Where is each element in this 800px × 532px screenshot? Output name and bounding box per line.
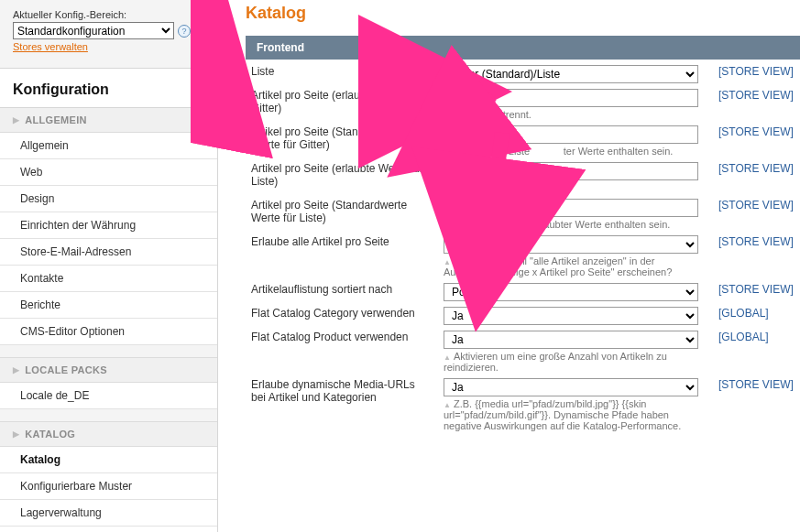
scope-dynamic-media: [STORE VIEW]: [713, 373, 800, 431]
label-listmode: Liste: [246, 60, 438, 83]
nav-item-kontakte[interactable]: Kontakte: [0, 266, 217, 292]
input-list-allowed[interactable]: [444, 162, 698, 180]
label-flat-category: Flat Catalog Category verwenden: [246, 301, 438, 325]
nav-item-cms-editor[interactable]: CMS-Editor Optionen: [0, 319, 217, 345]
scope-listmode: [STORE VIEW]: [713, 60, 800, 83]
sidebar-title: Konfiguration: [0, 68, 217, 108]
help-icon[interactable]: ?: [178, 25, 191, 38]
nav-item-allgemein[interactable]: Allgemein: [0, 133, 217, 159]
nav-group-locale[interactable]: ▶ LOCALE PACKS: [0, 358, 217, 383]
select-dynamic-media[interactable]: Ja: [444, 378, 698, 396]
note-dynamic-media: ▲Z.B. {{media url="pfad/zum/bild.jpg"}} …: [444, 398, 707, 431]
input-grid-default[interactable]: [444, 125, 698, 144]
select-flat-product[interactable]: Ja: [444, 331, 698, 349]
config-form: Liste Gitter (Standard)/Liste [STORE VIE…: [246, 60, 800, 431]
select-allow-all[interactable]: Nein: [444, 235, 698, 254]
note-allow-all: ▲Soll die Auswahl "alle Artikel anzeigen…: [444, 255, 707, 277]
label-allow-all: Erlaube alle Artikel pro Seite: [246, 230, 438, 277]
nav-group-allgemein[interactable]: ▶ ALLGEMEIN: [0, 108, 217, 133]
config-main: Katalog Frontend Liste Gitter (Standard)…: [218, 0, 800, 532]
note-list-allowed: ▲Komma-getrennt.: [444, 182, 707, 193]
label-list-default: Artikel pro Seite (Standardwerte Werte f…: [246, 193, 438, 230]
note-list-default: ▲Muss in der Liste erlaubter Werte entha…: [444, 219, 707, 230]
label-list-allowed: Artikel pro Seite (erlaubte Werte für Li…: [246, 157, 438, 193]
nav-item-design[interactable]: Design: [0, 186, 217, 212]
nav-item-lager[interactable]: Lagerverwaltung: [0, 500, 217, 527]
label-grid-allowed: Artikel pro Seite (erlaubte Werte für Gi…: [246, 83, 438, 120]
section-head-frontend[interactable]: Frontend: [246, 36, 800, 60]
nav-item-katalog[interactable]: Katalog: [0, 447, 217, 473]
nav-item-waehrung[interactable]: Einrichten der Währung: [0, 212, 217, 239]
input-list-default[interactable]: [444, 199, 698, 217]
nav-item-berichte[interactable]: Berichte: [0, 292, 217, 319]
page-title: Katalog: [246, 4, 800, 23]
nav-group-katalog[interactable]: ▶ KATALOG: [0, 422, 217, 447]
scope-grid-default: [STORE VIEW]: [713, 120, 800, 157]
nav-item-store-email[interactable]: Store-E-Mail-Adressen: [0, 239, 217, 266]
scope-label: Aktueller Konfig.-Bereich:: [13, 9, 208, 20]
chevron-right-icon: ▶: [13, 115, 19, 125]
select-listmode[interactable]: Gitter (Standard)/Liste: [444, 65, 698, 83]
nav-item-locale-de[interactable]: Locale de_DE: [0, 383, 217, 409]
select-sort-by[interactable]: Position: [444, 283, 698, 301]
label-grid-default: Artikel pro Seite (Standardwerte Werte f…: [246, 120, 438, 157]
scope-allow-all: [STORE VIEW]: [713, 230, 800, 277]
input-grid-allowed[interactable]: [444, 89, 698, 107]
chevron-right-icon: ▶: [13, 429, 19, 439]
nav-item-konfig-muster[interactable]: Konfigurierbare Muster: [0, 473, 217, 500]
label-dynamic-media: Erlaube dynamische Media-URLs bei Artike…: [246, 373, 438, 431]
label-sort-by: Artikelauflistung sortiert nach: [246, 277, 438, 301]
nav-item-web[interactable]: Web: [0, 159, 217, 186]
select-flat-category[interactable]: Ja: [444, 307, 698, 325]
note-grid-default: ▲Muss in der Liste ter Werte enthalten s…: [444, 146, 707, 157]
scope-list-allowed: [STORE VIEW]: [713, 157, 800, 193]
config-sidebar: Aktueller Konfig.-Bereich: Standardkonfi…: [0, 0, 218, 532]
label-flat-product: Flat Catalog Product verwenden: [246, 325, 438, 373]
scope-select[interactable]: Standardkonfiguration: [13, 22, 174, 39]
scope-flat-product: [GLOBAL]: [713, 325, 800, 373]
note-grid-allowed: ▲Komma-getrennt.: [444, 109, 707, 120]
chevron-right-icon: ▶: [13, 365, 19, 375]
scope-grid-allowed: [STORE VIEW]: [713, 83, 800, 120]
scope-flat-category: [GLOBAL]: [713, 301, 800, 325]
nav-item-google-sitemap[interactable]: Google Sitemap: [0, 527, 217, 532]
scope-list-default: [STORE VIEW]: [713, 193, 800, 230]
note-flat-product: ▲Aktivieren um eine große Anzahl von Art…: [444, 351, 707, 373]
scope-sort-by: [STORE VIEW]: [713, 277, 800, 301]
stores-link[interactable]: Stores verwalten: [13, 41, 88, 52]
